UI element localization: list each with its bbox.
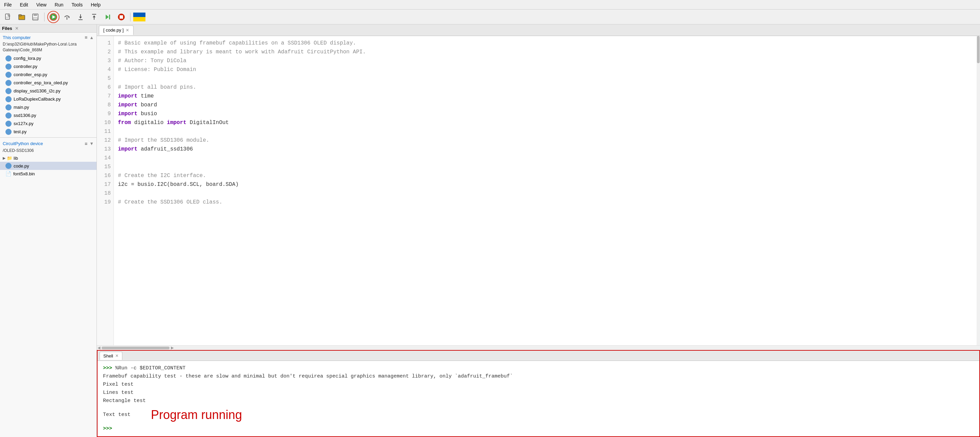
file-code-py-name: code.py: [14, 164, 29, 168]
file-test[interactable]: test.py: [0, 128, 97, 136]
shell-tab-close[interactable]: ✕: [115, 353, 119, 358]
file-loraduplex-name: LoRaDuplexCallback.py: [14, 97, 61, 102]
shell-output-line-1: Framebuf capability test - these are slo…: [103, 372, 974, 381]
file-ssd1306[interactable]: ssd1306.py: [0, 111, 97, 120]
svg-marker-13: [79, 17, 82, 19]
files-panel-header: Files ✕: [0, 24, 97, 33]
folder-icon: 📁: [7, 156, 12, 161]
file-controller[interactable]: controller.py: [0, 62, 97, 71]
sidebar: Files ✕ This computer ≡ ▲ D:\esp32\GitHu…: [0, 24, 97, 437]
shell-final-prompt-symbol: >>>: [103, 426, 112, 432]
shell-output-line-4: Rectangle test: [103, 397, 974, 405]
file-controller-esp-lora-oled[interactable]: controller_esp_lora_oled.py: [0, 79, 97, 87]
debug-step-into[interactable]: [75, 11, 87, 23]
open-button[interactable]: [16, 11, 28, 23]
menu-edit[interactable]: Edit: [19, 2, 30, 8]
file-main-name: main.py: [14, 105, 29, 110]
code-content[interactable]: # Basic example of using framebuf capabi…: [114, 36, 977, 345]
svg-rect-7: [33, 17, 37, 20]
file-icon-blue: [5, 121, 11, 127]
svg-marker-16: [93, 15, 95, 17]
this-computer-header: This computer ≡ ▲: [0, 33, 97, 41]
file-icon-blue: [5, 113, 11, 119]
code-editor[interactable]: 1 2 3 4 5 6 7 8 9 10 11 12 13 14 15 16 1…: [97, 36, 980, 345]
file-config-lora[interactable]: config_lora.py: [0, 54, 97, 62]
file-icon-blue: [5, 56, 11, 62]
shell-final-prompt: >>>: [103, 425, 974, 433]
hscroll-left-arrow[interactable]: ◀: [97, 346, 100, 350]
shell-panel: Shell ✕ >>> %Run -c $EDITOR_CONTENT Fram…: [97, 350, 980, 437]
file-font5x8[interactable]: 📄 font5x8.bin: [0, 170, 97, 177]
file-code-py[interactable]: code.py: [0, 162, 97, 170]
this-computer-path: D:\esp32\GitHub\MakePython-Lora\ Lora Ga…: [0, 41, 97, 54]
this-computer-file-list: config_lora.py controller.py controller_…: [0, 54, 97, 136]
hscroll-right-arrow[interactable]: ▶: [171, 346, 173, 350]
debug-continue[interactable]: [102, 11, 114, 23]
shell-output-line-2: Pixel test: [103, 381, 974, 389]
shell-tab[interactable]: Shell ✕: [100, 352, 123, 360]
file-icon-bin: 📄: [5, 171, 11, 176]
line-numbers: 1 2 3 4 5 6 7 8 9 10 11 12 13 14 15 16 1…: [97, 36, 114, 345]
menubar: File Edit View Run Tools Help: [0, 0, 980, 10]
file-loraduplex[interactable]: LoRaDuplexCallback.py: [0, 95, 97, 103]
this-computer-section: This computer ≡ ▲ D:\esp32\GitHub\MakePy…: [0, 33, 97, 136]
toolbar-sep-2: [130, 13, 130, 21]
shell-output-line-3: Lines test: [103, 389, 974, 397]
file-config-lora-name: config_lora.py: [14, 56, 41, 61]
files-panel-title: Files: [2, 26, 12, 31]
sidebar-divider: [0, 137, 97, 138]
code-py-tab-label: [ code.py ]: [103, 27, 124, 33]
menu-tools[interactable]: Tools: [70, 2, 84, 8]
file-icon-blue: [5, 129, 11, 135]
this-computer-menu-btn[interactable]: ≡: [84, 35, 88, 40]
circuitpython-scroll-down[interactable]: ▼: [89, 141, 94, 146]
save-button[interactable]: [29, 11, 41, 23]
new-button[interactable]: [2, 11, 14, 23]
tab-bar: [ code.py ] ✕: [97, 24, 980, 36]
expand-icon: ▶: [3, 156, 5, 160]
code-hscroll-thumb[interactable]: [102, 346, 170, 349]
file-icon-blue: [5, 72, 11, 78]
code-py-tab[interactable]: [ code.py ] ✕: [99, 25, 134, 35]
debug-step-over[interactable]: [61, 11, 73, 23]
svg-rect-19: [109, 14, 110, 19]
file-icon-blue: [5, 88, 11, 94]
stop-button[interactable]: [115, 11, 127, 23]
file-controller-esp-name: controller_esp.py: [14, 72, 47, 77]
editor-scrollbar-thumb[interactable]: [977, 36, 980, 63]
shell-content[interactable]: >>> %Run -c $EDITOR_CONTENT Framebuf cap…: [97, 361, 979, 436]
file-sx127x[interactable]: sx127x.py: [0, 120, 97, 128]
lib-folder[interactable]: ▶ 📁 lib: [0, 155, 97, 162]
file-ssd1306-name: ssd1306.py: [14, 113, 37, 118]
file-controller-name: controller.py: [14, 64, 37, 69]
code-hscroll[interactable]: ◀ ▶: [97, 345, 980, 350]
run-button[interactable]: [47, 11, 59, 23]
shell-command: %Run -c $EDITOR_CONTENT: [115, 365, 186, 371]
file-icon-blue: [5, 80, 11, 86]
menu-help[interactable]: Help: [89, 2, 102, 8]
file-controller-esp-lora-oled-name: controller_esp_lora_oled.py: [14, 80, 68, 85]
svg-marker-10: [68, 17, 70, 18]
shell-output-line-5: Text test Program running: [103, 405, 974, 425]
file-main[interactable]: main.py: [0, 103, 97, 111]
menu-view[interactable]: View: [35, 2, 48, 8]
shell-prompt-line: >>> %Run -c $EDITOR_CONTENT: [103, 364, 974, 372]
circuitpython-header: CircuitPython device ≡ ▼: [0, 139, 97, 148]
main-layout: Files ✕ This computer ≡ ▲ D:\esp32\GitHu…: [0, 24, 980, 437]
debug-step-out[interactable]: [88, 11, 100, 23]
code-py-tab-close[interactable]: ✕: [126, 28, 129, 33]
svg-rect-21: [119, 15, 123, 19]
files-panel-close[interactable]: ✕: [15, 26, 19, 31]
ukraine-flag: [133, 13, 145, 21]
file-sx127x-name: sx127x.py: [14, 121, 33, 126]
file-display-ssd1306[interactable]: display_ssd1306_i2c.py: [0, 87, 97, 95]
menu-run[interactable]: Run: [53, 2, 65, 8]
this-computer-scroll-up[interactable]: ▲: [89, 35, 94, 40]
circuitpython-path: /OLED-SSD1306: [0, 148, 97, 155]
circuitpython-icons: ≡ ▼: [84, 141, 94, 146]
circuitpython-menu-btn[interactable]: ≡: [84, 141, 88, 146]
file-controller-esp[interactable]: controller_esp.py: [0, 71, 97, 79]
shell-running-label: Program running: [151, 405, 242, 425]
menu-file[interactable]: File: [3, 2, 13, 8]
editor-scrollbar[interactable]: [977, 36, 980, 345]
